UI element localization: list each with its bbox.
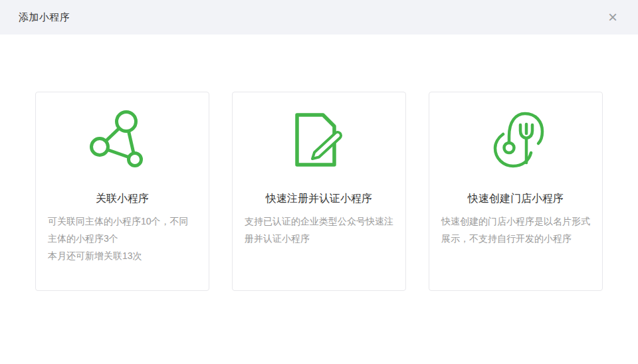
network-nodes-icon [36,107,209,173]
card-register-miniprogram[interactable]: 快速注册并认证小程序 支持已认证的企业类型公众号快速注册并认证小程序 [232,92,406,291]
card-title: 关联小程序 [36,192,209,206]
card-link-miniprogram[interactable]: 关联小程序 可关联同主体的小程序10个，不同主体的小程序3个 本月还可新增关联1… [35,92,209,291]
card-description-line: 快速创建的门店小程序是以名片形式展示，不支持自行开发的小程序 [441,213,590,247]
close-icon[interactable]: × [601,0,625,35]
card-description: 可关联同主体的小程序10个，不同主体的小程序3个 本月还可新增关联13次 [36,213,209,264]
add-miniprogram-dialog: 添加小程序 × 关联小程序 可关联同主体的小程序10个，不同主体的小程序3个 本… [0,0,638,364]
store-fork-icon [429,107,602,173]
card-description: 支持已认证的企业类型公众号快速注册并认证小程序 [233,213,405,247]
card-description-line: 可关联同主体的小程序10个，不同主体的小程序3个 [48,213,197,247]
card-description: 快速创建的门店小程序是以名片形式展示，不支持自行开发的小程序 [429,213,602,247]
document-pen-icon [233,107,405,173]
card-description-line: 本月还可新增关联13次 [48,247,197,264]
card-list: 关联小程序 可关联同主体的小程序10个，不同主体的小程序3个 本月还可新增关联1… [0,92,638,291]
card-title: 快速注册并认证小程序 [233,192,405,206]
card-store-miniprogram[interactable]: 快速创建门店小程序 快速创建的门店小程序是以名片形式展示，不支持自行开发的小程序 [429,92,603,291]
dialog-header: 添加小程序 × [0,0,638,35]
card-title: 快速创建门店小程序 [429,192,602,206]
card-description-line: 支持已认证的企业类型公众号快速注册并认证小程序 [245,213,393,247]
dialog-title: 添加小程序 [19,11,70,24]
